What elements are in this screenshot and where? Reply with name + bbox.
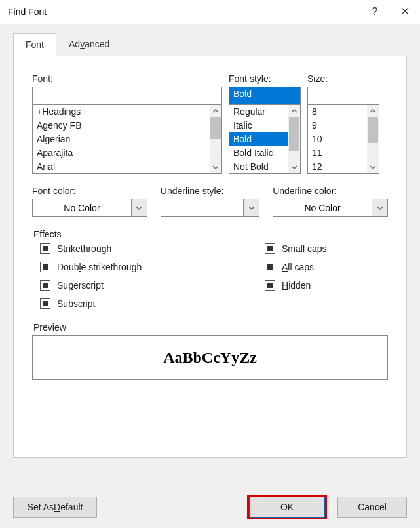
tab-advanced[interactable]: Advanced — [56, 33, 122, 56]
list-item[interactable]: Bold — [229, 132, 288, 146]
checkbox-subscript[interactable]: Subscript — [40, 298, 257, 309]
checkbox-hidden[interactable]: Hidden — [265, 280, 388, 291]
scrollbar[interactable] — [367, 105, 379, 173]
scrollbar-thumb[interactable] — [368, 117, 378, 143]
font-label: Font: — [32, 73, 222, 84]
chevron-down-icon[interactable] — [244, 199, 259, 217]
checkbox-small-caps[interactable]: Small caps — [265, 243, 388, 254]
effects-group: Effects Strikethrough Double strikethrou… — [32, 229, 388, 309]
list-item[interactable]: Not Bold — [229, 160, 288, 174]
dialog-body: Font Advanced Font: +Headings Agency FB … — [0, 24, 420, 528]
font-style-label: Font style: — [229, 73, 301, 84]
chevron-down-icon[interactable] — [288, 161, 300, 173]
scrollbar-thumb[interactable] — [289, 117, 299, 151]
underline-style-dropdown[interactable] — [161, 199, 259, 217]
preview-group: Preview AaBbCcYyZz — [32, 322, 388, 380]
size-listbox[interactable]: 8 9 10 11 12 — [307, 104, 379, 174]
list-item[interactable]: Arial — [33, 160, 210, 174]
checkbox-icon — [40, 243, 50, 254]
scrollbar-thumb[interactable] — [210, 117, 221, 139]
checkbox-superscript[interactable]: Superscript — [40, 280, 257, 291]
checkbox-all-caps[interactable]: All caps — [265, 262, 388, 272]
checkbox-icon — [265, 280, 275, 291]
chevron-down-icon[interactable] — [210, 161, 221, 173]
font-color-label: Font color: — [32, 186, 147, 196]
list-item[interactable]: 10 — [308, 132, 367, 146]
checkbox-icon — [265, 262, 275, 272]
underline-color-dropdown[interactable]: No Color — [273, 199, 388, 217]
font-listbox[interactable]: +Headings Agency FB Algerian Aparajita A… — [32, 104, 222, 174]
preview-legend: Preview — [32, 322, 71, 333]
font-style-input[interactable]: Bold — [229, 87, 301, 105]
list-item[interactable]: 11 — [308, 146, 367, 160]
list-item[interactable]: Aparajita — [33, 146, 210, 160]
font-input[interactable] — [32, 87, 222, 105]
set-default-button[interactable]: Set As Default — [13, 497, 97, 518]
list-item[interactable]: 9 — [308, 119, 367, 132]
preview-box: AaBbCcYyZz — [32, 335, 388, 380]
ok-button[interactable]: OK — [249, 497, 325, 518]
preview-sample: AaBbCcYyZz — [163, 349, 257, 367]
effects-legend: Effects — [32, 229, 67, 239]
button-bar: Set As Default OK Cancel — [0, 493, 420, 528]
chevron-up-icon[interactable] — [210, 105, 221, 117]
tab-panel-font: Font: +Headings Agency FB Algerian Apara… — [13, 56, 407, 458]
list-item[interactable]: Italic — [229, 119, 288, 132]
help-icon[interactable]: ? — [360, 6, 390, 18]
close-icon[interactable] — [390, 0, 420, 24]
size-input[interactable] — [307, 87, 379, 105]
chevron-down-icon[interactable] — [132, 199, 147, 217]
font-color-dropdown[interactable]: No Color — [32, 199, 147, 217]
list-item[interactable]: 8 — [308, 105, 367, 119]
list-item[interactable]: Agency FB — [33, 119, 210, 132]
checkbox-icon — [40, 280, 50, 291]
checkbox-icon — [40, 298, 50, 309]
tab-font[interactable]: Font — [13, 33, 56, 56]
checkbox-icon — [40, 262, 50, 272]
list-item[interactable]: +Headings — [33, 105, 210, 119]
chevron-up-icon[interactable] — [288, 105, 300, 117]
list-item[interactable]: Regular — [229, 105, 288, 119]
ok-highlight: OK — [247, 495, 327, 519]
scrollbar[interactable] — [288, 105, 300, 173]
size-label: Size: — [307, 73, 379, 84]
list-item[interactable]: 12 — [308, 160, 367, 174]
checkbox-strikethrough[interactable]: Strikethrough — [40, 243, 257, 254]
list-item[interactable]: Bold Italic — [229, 146, 288, 160]
font-style-listbox[interactable]: Regular Italic Bold Bold Italic Not Bold — [229, 104, 301, 174]
chevron-down-icon[interactable] — [372, 199, 388, 217]
checkbox-double-strikethrough[interactable]: Double strikethrough — [40, 262, 257, 272]
list-item[interactable]: Algerian — [33, 132, 210, 146]
chevron-up-icon[interactable] — [367, 105, 379, 117]
chevron-down-icon[interactable] — [367, 161, 379, 173]
title-bar: Find Font ? — [0, 0, 420, 24]
tab-strip: Font Advanced — [13, 33, 407, 56]
underline-color-label: Underline color: — [273, 186, 388, 196]
checkbox-icon — [265, 243, 275, 254]
underline-style-label: Underline style: — [161, 186, 259, 196]
window-title: Find Font — [8, 7, 360, 17]
scrollbar[interactable] — [210, 105, 221, 173]
cancel-button[interactable]: Cancel — [337, 497, 407, 518]
